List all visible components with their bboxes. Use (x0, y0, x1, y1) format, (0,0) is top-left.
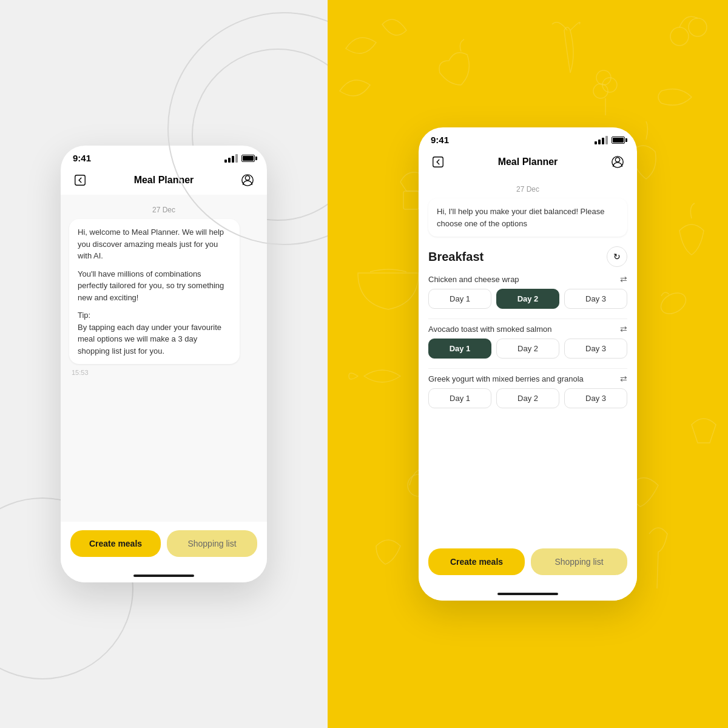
profile-icon-right[interactable] (609, 153, 626, 170)
day3-btn-meal3[interactable]: Day 3 (564, 388, 627, 408)
meal-content-right: 27 Dec Hi, I'll help you make your diet … (419, 177, 637, 540)
day-buttons-2: Day 1 Day 2 Day 3 (428, 339, 627, 359)
bottom-buttons-left: Create meals Shopping list (61, 522, 267, 569)
day1-btn-meal1[interactable]: Day 1 (428, 289, 491, 309)
timestamp-left: 15:53 (69, 369, 258, 376)
shopping-list-button-right[interactable]: Shopping list (531, 548, 627, 575)
meal-item-3: Greek yogurt with mixed berries and gran… (428, 374, 627, 408)
welcome-bubble: Hi, welcome to Meal Planner. We will hel… (69, 219, 240, 364)
welcome-text-2: You'll have millions of combinations per… (78, 268, 231, 304)
nav-bar-right: Meal Planner (419, 150, 637, 177)
meal-name-row-2: Avocado toast with smoked salmon ⇄ (428, 324, 627, 334)
back-icon-right[interactable] (430, 153, 447, 170)
svg-rect-0 (75, 175, 86, 186)
status-bar-right: 9:41 (419, 127, 637, 150)
bottom-buttons-right: Create meals Shopping list (419, 540, 637, 587)
svg-point-3 (670, 27, 689, 46)
svg-point-4 (689, 18, 707, 36)
day2-btn-meal2[interactable]: Day 2 (496, 339, 559, 359)
signal-icon-left (224, 154, 238, 163)
profile-icon-left[interactable] (239, 172, 256, 189)
meal-item-1: Chicken and cheese wrap ⇄ Day 1 Day 2 Da… (428, 274, 627, 309)
status-bar-left: 9:41 (61, 146, 267, 168)
date-divider-right: 27 Dec (428, 185, 627, 194)
time-right: 9:41 (431, 135, 449, 145)
status-right-right (595, 136, 625, 144)
svg-point-9 (596, 70, 611, 85)
ai-bubble-right: Hi, I'll help you make your diet balance… (428, 198, 627, 237)
time-left: 9:41 (73, 153, 91, 163)
nav-title-right: Meal Planner (498, 157, 558, 167)
home-bar-left (133, 575, 194, 577)
breakfast-title: Breakfast (428, 250, 484, 264)
nav-bar-left: Meal Planner (61, 168, 267, 195)
create-meals-button-left[interactable]: Create meals (70, 530, 161, 557)
swap-icon-1[interactable]: ⇄ (620, 274, 627, 284)
day2-btn-meal1[interactable]: Day 2 (496, 289, 559, 309)
date-divider-left: 27 Dec (69, 206, 258, 214)
battery-icon-left (241, 155, 255, 162)
ai-message-text: Hi, I'll help you make your diet balance… (437, 207, 604, 228)
signal-icon-right (595, 136, 608, 144)
back-icon-left[interactable] (72, 172, 89, 189)
home-indicator-left (61, 569, 267, 582)
battery-icon-right (612, 136, 625, 144)
meal-name-2: Avocado toast with smoked salmon (428, 325, 552, 334)
right-phone-mockup: 9:41 Meal Planner (419, 127, 637, 601)
create-meals-button-right[interactable]: Create meals (428, 548, 525, 575)
meal-item-2: Avocado toast with smoked salmon ⇄ Day 1… (428, 324, 627, 359)
swap-icon-3[interactable]: ⇄ (620, 374, 627, 383)
day3-btn-meal1[interactable]: Day 3 (564, 289, 627, 309)
svg-point-10 (657, 289, 689, 318)
day1-btn-meal3[interactable]: Day 1 (428, 388, 491, 408)
welcome-text-1: Hi, welcome to Meal Planner. We will hel… (78, 226, 231, 262)
day-buttons-3: Day 1 Day 2 Day 3 (428, 388, 627, 408)
refresh-button[interactable]: ↻ (607, 246, 627, 267)
divider-1 (428, 318, 627, 319)
breakfast-header: Breakfast ↻ (428, 246, 627, 267)
meal-name-3: Greek yogurt with mixed berries and gran… (428, 374, 584, 383)
status-right-left (224, 154, 255, 163)
swap-icon-2[interactable]: ⇄ (620, 324, 627, 334)
meal-name-1: Chicken and cheese wrap (428, 275, 519, 284)
left-phone-mockup: 9:41 Meal Planner (61, 146, 267, 582)
svg-point-2 (242, 175, 253, 186)
svg-point-1 (245, 176, 249, 180)
svg-point-14 (615, 158, 619, 162)
meal-name-row-3: Greek yogurt with mixed berries and gran… (428, 374, 627, 383)
left-panel: 9:41 Meal Planner (0, 0, 328, 728)
chat-area-left: 27 Dec Hi, welcome to Meal Planner. We w… (61, 195, 267, 522)
welcome-text-3: Tip:By tapping each day under your favou… (78, 309, 231, 357)
meal-name-row-1: Chicken and cheese wrap ⇄ (428, 274, 627, 284)
day-buttons-1: Day 1 Day 2 Day 3 (428, 289, 627, 309)
home-bar-right (497, 593, 558, 595)
svg-rect-5 (403, 191, 419, 209)
svg-point-7 (593, 84, 608, 98)
day2-btn-meal3[interactable]: Day 2 (496, 388, 559, 408)
svg-point-8 (602, 78, 617, 92)
shopping-list-button-left[interactable]: Shopping list (167, 530, 257, 557)
day3-btn-meal2[interactable]: Day 3 (564, 339, 627, 359)
right-panel: 9:41 Meal Planner (328, 0, 728, 728)
nav-title-left: Meal Planner (134, 175, 194, 186)
day1-btn-meal2[interactable]: Day 1 (428, 339, 491, 359)
divider-2 (428, 368, 627, 369)
home-indicator-right (419, 587, 637, 601)
svg-rect-13 (433, 157, 443, 167)
